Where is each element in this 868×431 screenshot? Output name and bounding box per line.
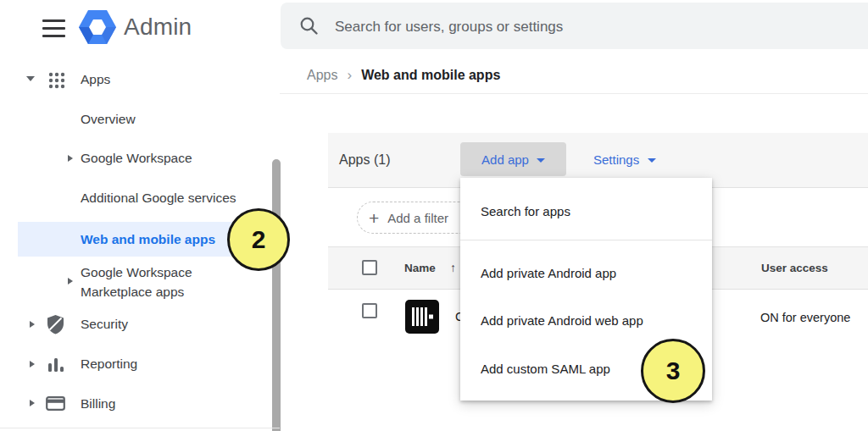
step-2-annotation: 2	[227, 208, 290, 271]
column-header-user-access[interactable]: User access	[761, 262, 828, 274]
bar-chart-icon	[47, 356, 65, 373]
sort-ascending-icon[interactable]: ↑	[450, 261, 456, 274]
settings-label: Settings	[593, 152, 639, 167]
select-all-checkbox[interactable]	[362, 260, 377, 275]
admin-logo[interactable]: Admin	[79, 10, 192, 44]
credit-card-icon	[46, 396, 65, 411]
menu-icon[interactable]	[42, 19, 65, 42]
menu-item-add-private-android-web-app[interactable]: Add private Android web app	[460, 299, 712, 341]
menu-item-search-for-apps[interactable]: Search for apps	[460, 190, 712, 232]
breadcrumb: Apps › Web and mobile apps	[307, 67, 500, 84]
chevron-down-icon	[648, 158, 656, 163]
plus-icon: +	[369, 209, 379, 227]
chevron-right-icon[interactable]	[68, 278, 73, 285]
menu-divider	[460, 240, 712, 240]
logo-text: Admin	[124, 14, 192, 41]
sidebar-item-marketplace-apps[interactable]: Google Workspace Marketplace apps	[81, 262, 229, 301]
chevron-right-icon[interactable]	[30, 321, 35, 328]
sidebar-item-billing[interactable]: Billing	[81, 395, 115, 412]
search-placeholder: Search for users, groups or settings	[335, 19, 563, 36]
row-checkbox[interactable]	[362, 303, 377, 318]
sidebar-item-security[interactable]: Security	[81, 316, 128, 333]
chevron-right-icon[interactable]	[30, 400, 35, 406]
add-app-button[interactable]: Add app	[460, 142, 566, 176]
chevron-right-icon[interactable]	[68, 155, 73, 162]
add-filter-label: Add a filter	[387, 211, 448, 225]
user-access-cell: ON for everyone	[760, 311, 850, 324]
divider	[280, 93, 868, 94]
add-app-label: Add app	[481, 152, 529, 167]
sidebar-item-overview[interactable]: Overview	[81, 111, 136, 128]
breadcrumb-separator-icon: ›	[347, 67, 352, 84]
column-header-name[interactable]: Name	[404, 262, 436, 274]
admin-console: Admin Apps Overview Google Workspace Add…	[0, 0, 868, 431]
sidebar-item-apps[interactable]: Apps	[81, 71, 110, 88]
step-3-annotation: 3	[641, 339, 705, 403]
apps-grid-icon	[47, 71, 66, 90]
breadcrumb-current: Web and mobile apps	[361, 68, 500, 83]
sidebar-item-reporting[interactable]: Reporting	[81, 356, 137, 373]
sidebar-item-additional-google-services[interactable]: Additional Google services	[81, 190, 236, 207]
chevron-right-icon[interactable]	[30, 361, 35, 367]
admin-logo-icon	[79, 10, 116, 44]
chevron-down-icon[interactable]	[26, 76, 35, 81]
search-icon	[299, 16, 319, 36]
apps-count-label: Apps (1)	[339, 152, 390, 168]
sidebar-item-label: Web and mobile apps	[81, 231, 215, 248]
settings-button[interactable]: Settings	[593, 142, 656, 176]
app-logo-icon[interactable]	[405, 300, 439, 334]
sidebar-item-google-workspace[interactable]: Google Workspace	[81, 150, 192, 167]
chevron-down-icon	[537, 158, 545, 163]
menu-item-add-private-android-app[interactable]: Add private Android app	[460, 251, 712, 294]
shield-icon	[47, 314, 64, 334]
divider	[0, 428, 280, 428]
sidebar-scrollbar[interactable]	[272, 159, 281, 431]
breadcrumb-parent[interactable]: Apps	[307, 68, 337, 83]
